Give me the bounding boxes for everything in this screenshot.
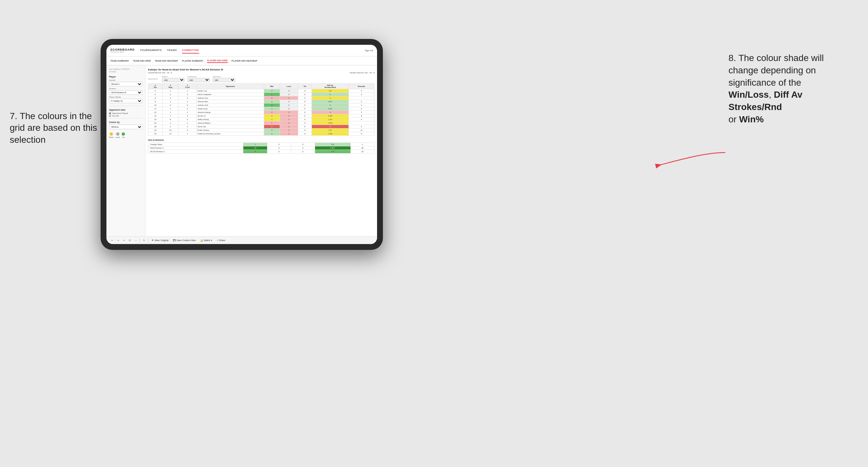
overall-record-value: 353 - 34 - 6 — [162, 72, 172, 74]
out-of-division-table: Foreign Team 1 0 0 4.5 2 NAIA Division 1… — [148, 143, 374, 154]
legend-down: Down — [109, 132, 114, 138]
ood-td-rounds: 30 — [350, 146, 374, 150]
watch-btn[interactable]: 🔔 Watch ▾ — [199, 239, 214, 242]
td-win: 0 — [264, 111, 280, 114]
td-tie: 0 — [298, 114, 312, 118]
share-btn[interactable]: ↗ Share — [215, 239, 227, 242]
td-diff: 1.25 — [311, 118, 348, 121]
annotation-left: 7. The colours in the grid are based on … — [10, 110, 101, 146]
nav-committee[interactable]: COMMITTEE — [182, 48, 199, 54]
td-reg: 10 — [162, 128, 178, 132]
td-tie: 0 — [298, 89, 312, 93]
td-rounds — [348, 96, 374, 100]
td-conf: 3 — [179, 96, 197, 100]
td-loss: 2 — [280, 121, 298, 125]
save-icon: 💾 — [173, 239, 176, 242]
ood-td-diff: 4.5 — [315, 143, 350, 146]
redo-btn[interactable]: ↪ — [116, 239, 120, 242]
region-filter-select[interactable]: (All) — [162, 78, 185, 82]
td-div: 18 — [148, 125, 162, 128]
td-div: 6 — [148, 96, 162, 100]
annotation-win-loss: Win/Loss — [728, 90, 769, 100]
player-rank-select[interactable]: 8. Katelyn Vo — [109, 99, 143, 103]
refresh-btn[interactable]: ↻ — [142, 239, 146, 242]
td-rounds: 4 — [348, 103, 374, 107]
annotation-or: or — [728, 114, 737, 124]
logo-area: SCOREBOARD Powered by clippd — [110, 49, 135, 53]
ood-td-diff: 7.4 — [315, 150, 350, 154]
td-opponent: Euna Lee — [196, 125, 264, 128]
td-div: 16 — [148, 121, 162, 125]
division-select[interactable]: NCAA Division III — [109, 90, 143, 95]
sub-nav-player-summary[interactable]: PLAYER SUMMARY — [182, 59, 204, 63]
division-record-label: Division Record: — [350, 72, 364, 74]
td-conf: 5 — [179, 107, 197, 111]
sub-nav-player-heatmap[interactable]: PLAYER H2H HEATMAP — [232, 59, 258, 63]
td-win: 1 — [264, 100, 280, 103]
ood-td-tie: 0 — [291, 146, 315, 150]
gender-select[interactable]: Women's — [109, 82, 143, 86]
radio-top-100[interactable]: Top 100 — [109, 115, 143, 117]
colour-by-select[interactable]: Win/loss — [109, 125, 143, 129]
division-record: Division Record: 331 - 34 - 6 — [350, 72, 374, 74]
td-div: 19 — [148, 128, 162, 132]
ood-td-win: 15 — [243, 146, 267, 150]
td-rounds: 3 — [348, 100, 374, 103]
save-custom-btn[interactable]: 💾 Save Custom View — [172, 239, 197, 242]
legend-up-dot — [122, 132, 125, 136]
table-row: 16 1 1 Jessica Mason 1 2 0 -0.94 — [148, 121, 374, 125]
undo2-btn[interactable]: ↩ — [122, 239, 126, 242]
ood-td-loss: 0 — [267, 150, 291, 154]
undo-btn[interactable]: ↩ — [110, 239, 114, 242]
td-win: 0 — [264, 125, 280, 128]
grid-title: Katelyn Vo Head-to-Head Grid for Women's… — [148, 68, 374, 71]
view-original-label: View: Original — [154, 239, 168, 242]
radio-opponents-played-label: Opponents Played — [112, 112, 128, 114]
td-rounds: 3 — [348, 107, 374, 111]
td-div: 9 — [148, 100, 162, 103]
td-reg: 1 — [162, 100, 178, 103]
td-reg: 2 — [162, 125, 178, 128]
td-reg: 7 — [162, 114, 178, 118]
td-conf: 3 — [179, 103, 197, 107]
sub-nav-team-summary[interactable]: TEAM SUMMARY — [110, 59, 129, 63]
td-reg: 1 — [162, 107, 178, 111]
sub-nav-player-h2h[interactable]: PLAYER H2H GRID — [207, 59, 227, 63]
region-filter-label: Region — [162, 75, 185, 77]
td-diff: 4 — [311, 93, 348, 96]
td-conf: 1 — [179, 89, 197, 93]
divider-1 — [109, 106, 143, 106]
td-div: 10 — [148, 103, 162, 107]
td-tie: 0 — [298, 132, 312, 136]
td-loss: 0 — [280, 93, 298, 96]
td-win: 1 — [264, 107, 280, 111]
view-icon: 👁 — [152, 239, 154, 242]
ood-td-label: NAIA Division 1 — [148, 146, 243, 150]
td-loss: 0 — [280, 100, 298, 103]
sub-nav-team-heatmap[interactable]: TEAM H2H HEATMAP — [155, 59, 178, 63]
td-win: 2 — [264, 114, 280, 118]
view-original-btn[interactable]: 👁 View: Original — [150, 239, 170, 242]
radio-top-100-dot — [109, 115, 111, 117]
legend-down-label: Down — [109, 136, 114, 138]
th-loss: Loss — [280, 84, 298, 89]
out-of-division-title: Out of division — [148, 139, 374, 141]
last-updated: Last Updated: 27/03/2024 16:55:38 — [109, 68, 143, 73]
conference-filter-select[interactable]: (All) — [187, 78, 210, 82]
radio-opponents-played[interactable]: Opponents Played — [109, 112, 143, 114]
conference-filter-label: Conference — [187, 75, 210, 77]
sub-nav-team-h2h[interactable]: TEAM H2H GRID — [133, 59, 151, 63]
td-tie: 0 — [298, 96, 312, 100]
nav-teams[interactable]: TEAMS — [167, 48, 177, 54]
table-row: 9 1 4 Sharon Mun 1 0 0 3.67 3 — [148, 100, 374, 103]
td-rounds: 4 — [348, 118, 374, 121]
tablet-frame: SCOREBOARD Powered by clippd TOURNAMENTS… — [101, 39, 383, 250]
sign-in-link[interactable]: Sign out — [365, 49, 373, 52]
td-reg: 11 — [162, 132, 178, 136]
nav-tournaments[interactable]: TOURNAMENTS — [140, 48, 162, 54]
td-diff: -1 — [311, 96, 348, 100]
copy-btn[interactable]: ⊡ — [128, 239, 132, 242]
opponent-filter-select[interactable]: (All) — [213, 78, 235, 82]
more-btn[interactable]: ⋯ — [134, 239, 138, 242]
player-rank-label: Player (Rank) — [109, 96, 143, 98]
